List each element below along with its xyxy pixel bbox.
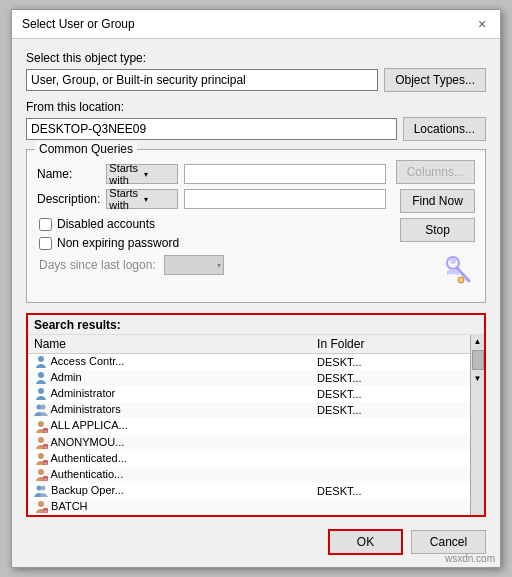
result-name-cell: + ANONYMOU... [28, 435, 311, 451]
user-icon: + [34, 468, 48, 482]
desc-filter-arrow: ▾ [144, 195, 175, 204]
ok-button[interactable]: OK [328, 529, 403, 555]
user-icon [34, 371, 48, 385]
svg-point-6 [38, 388, 44, 394]
name-filter-arrow: ▾ [144, 170, 175, 179]
user-icon [34, 484, 48, 498]
name-filter-select[interactable]: Starts with ▾ [106, 164, 178, 184]
result-folder-cell [311, 467, 470, 483]
scrollbar-area: Name In Folder Access Contr...DESKT... A… [28, 335, 484, 515]
table-row[interactable]: AdministratorDESKT... [28, 386, 470, 402]
user-icon [34, 387, 48, 401]
table-row[interactable]: + ANONYMOU... [28, 435, 470, 451]
magnifier-person-icon [439, 253, 475, 289]
disabled-accounts-label: Disabled accounts [57, 217, 155, 231]
nonexpire-password-checkbox[interactable] [39, 237, 52, 250]
dialog-title: Select User or Group [22, 17, 135, 31]
title-bar: Select User or Group × [12, 10, 500, 39]
results-table: Name In Folder Access Contr...DESKT... A… [28, 335, 470, 515]
table-row[interactable]: AdminDESKT... [28, 370, 470, 386]
user-icon: + [34, 436, 48, 450]
find-icon-area [439, 253, 475, 292]
scrollbar[interactable]: ▲ ▼ [470, 335, 484, 515]
results-section: Search results: Name In Folder Access [26, 313, 486, 517]
svg-text:+: + [44, 476, 47, 482]
desc-value-input[interactable] [184, 189, 385, 209]
table-row[interactable]: AdministratorsDESKT... [28, 402, 470, 418]
result-folder-cell [311, 499, 470, 515]
location-row: Locations... [26, 117, 486, 141]
col-folder: In Folder [311, 335, 470, 354]
svg-point-15 [38, 453, 44, 459]
user-icon: + [34, 452, 48, 466]
result-folder-cell: DESKT... [311, 402, 470, 418]
svg-text:+: + [44, 460, 47, 466]
result-name-cell: Backup Oper... [28, 483, 311, 499]
svg-point-18 [38, 469, 44, 475]
dialog-body: Select this object type: Object Types...… [12, 39, 500, 567]
table-row[interactable]: + Authenticatio... [28, 467, 470, 483]
table-row[interactable]: Backup Oper...DESKT... [28, 483, 470, 499]
table-row[interactable]: Access Contr...DESKT... [28, 354, 470, 371]
days-select[interactable]: ▾ [164, 255, 224, 275]
days-row: Days since last logon: ▾ [37, 255, 386, 275]
scroll-down-arrow[interactable]: ▼ [472, 372, 484, 385]
object-type-input[interactable] [26, 69, 378, 91]
scroll-up-arrow[interactable]: ▲ [472, 335, 484, 348]
user-icon: + [34, 420, 48, 434]
user-icon: + [34, 500, 48, 514]
table-row[interactable]: + Authenticated... [28, 451, 470, 467]
disabled-accounts-checkbox[interactable] [39, 218, 52, 231]
desc-label: Description: [37, 192, 100, 206]
svg-point-2 [450, 258, 456, 264]
svg-point-22 [41, 485, 46, 490]
result-folder-cell: DESKT... [311, 354, 470, 371]
user-icon [34, 355, 48, 369]
cancel-button[interactable]: Cancel [411, 530, 486, 554]
result-name-cell: Access Contr... [28, 354, 311, 371]
bottom-row: OK Cancel [26, 525, 486, 557]
result-folder-cell: DESKT... [311, 386, 470, 402]
scroll-thumb[interactable] [472, 350, 484, 370]
col-name: Name [28, 335, 311, 354]
svg-point-9 [38, 421, 44, 427]
result-folder-cell [311, 451, 470, 467]
svg-text:+: + [44, 428, 47, 434]
nonexpire-checkbox-row: Non expiring password [37, 236, 386, 250]
table-row[interactable]: + BATCH [28, 499, 470, 515]
name-value-input[interactable] [184, 164, 385, 184]
object-type-row: Object Types... [26, 68, 486, 92]
result-name-cell: + Authenticated... [28, 451, 311, 467]
result-name-cell: + Authenticatio... [28, 467, 311, 483]
days-label: Days since last logon: [39, 258, 156, 272]
queries-grid: Name: Starts with ▾ Description: Starts … [37, 164, 386, 209]
results-table-container: Name In Folder Access Contr...DESKT... A… [28, 335, 470, 515]
select-user-dialog: Select User or Group × Select this objec… [11, 9, 501, 568]
close-button[interactable]: × [474, 16, 490, 32]
location-label: From this location: [26, 100, 486, 114]
desc-filter-select[interactable]: Starts with ▾ [106, 189, 178, 209]
svg-text:+: + [44, 444, 47, 450]
user-icon [34, 403, 48, 417]
result-name-cell: Administrator [28, 386, 311, 402]
nonexpire-password-label: Non expiring password [57, 236, 179, 250]
disabled-checkbox-row: Disabled accounts [37, 217, 386, 231]
svg-point-5 [38, 372, 44, 378]
columns-button[interactable]: Columns... [396, 160, 475, 184]
search-area: Name: Starts with ▾ Description: Starts … [37, 160, 475, 292]
find-now-button[interactable]: Find Now [400, 189, 475, 213]
result-name-cell: + BATCH [28, 499, 311, 515]
result-name-cell: + ALL APPLICA... [28, 418, 311, 434]
search-left: Name: Starts with ▾ Description: Starts … [37, 160, 386, 292]
results-label: Search results: [28, 315, 484, 335]
svg-point-3 [458, 277, 464, 283]
object-types-button[interactable]: Object Types... [384, 68, 486, 92]
locations-button[interactable]: Locations... [403, 117, 486, 141]
result-folder-cell: DESKT... [311, 370, 470, 386]
stop-button[interactable]: Stop [400, 218, 475, 242]
result-name-cell: Administrators [28, 402, 311, 418]
result-name-cell: Admin [28, 370, 311, 386]
table-row[interactable]: + ALL APPLICA... [28, 418, 470, 434]
location-input[interactable] [26, 118, 397, 140]
common-queries-label: Common Queries [35, 142, 137, 156]
